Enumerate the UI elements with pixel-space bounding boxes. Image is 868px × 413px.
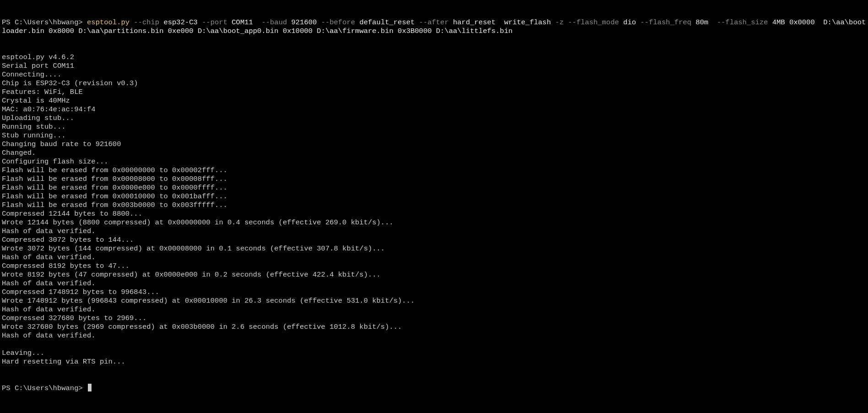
output-line: Flash will be erased from 0x0000e000 to …: [2, 184, 866, 192]
output-line: Hash of data verified.: [2, 331, 866, 340]
cmd-segment: --baud: [253, 18, 291, 27]
cmd-segment: D:\aa\boot_app0.bin: [194, 27, 283, 35]
output-line: Stub running...: [2, 131, 866, 140]
output-line: Connecting....: [2, 71, 866, 79]
terminal-output[interactable]: PS C:\Users\hbwang> esptool.py --chip es…: [0, 0, 868, 403]
output-line: Wrote 1748912 bytes (996843 compressed) …: [2, 297, 866, 305]
output-line: Crystal is 40MHz: [2, 97, 866, 105]
cmd-segment: --before: [317, 18, 359, 27]
output-line: [2, 340, 866, 349]
cmd-segment: D:\aa\firmware.bin: [313, 27, 398, 35]
output-line: Uploading stub...: [2, 114, 866, 123]
cmd-segment: 0xe000: [168, 27, 194, 35]
cmd-segment: 0x8000: [49, 27, 74, 35]
output-line: Compressed 1748912 bytes to 996843...: [2, 288, 866, 297]
output-line: Flash will be erased from 0x00000000 to …: [2, 166, 866, 175]
output-line: Wrote 12144 bytes (8800 compressed) at 0…: [2, 218, 866, 227]
output-line: Leaving...: [2, 349, 866, 358]
cmd-segment: 4MB 0x0000: [772, 18, 815, 27]
cmd-segment: 80m: [695, 18, 708, 27]
command-line-2[interactable]: PS C:\Users\hbwang>: [2, 384, 866, 393]
output-line: Running stub...: [2, 123, 866, 131]
output-line: Changing baud rate to 921600: [2, 140, 866, 149]
output-line: Hash of data verified.: [2, 253, 866, 262]
output-line: Flash will be erased from 0x003b0000 to …: [2, 201, 866, 210]
cmd-segment: --flash_freq: [636, 18, 695, 27]
output-line: Hash of data verified.: [2, 305, 866, 314]
cmd-segment: --after: [415, 18, 453, 27]
output-line: Compressed 3072 bytes to 144...: [2, 236, 866, 245]
output-line: Features: WiFi, BLE: [2, 88, 866, 97]
output-line: Serial port COM11: [2, 62, 866, 71]
output-line: Wrote 327680 bytes (2969 compressed) at …: [2, 323, 866, 331]
output-line: Chip is ESP32-C3 (revision v0.3): [2, 79, 866, 88]
output-line: Hash of data verified.: [2, 279, 866, 288]
output-line: Wrote 3072 bytes (144 compressed) at 0x0…: [2, 245, 866, 253]
output-line: Changed.: [2, 149, 866, 158]
cmd-segment: D:\aa\littlefs.bin: [432, 27, 513, 35]
cmd-segment: 0x10000: [283, 27, 313, 35]
prompt-prefix: PS C:\Users\hbwang>: [2, 18, 87, 27]
output-line: Hard resetting via RTS pin...: [2, 358, 866, 366]
command-line-1: PS C:\Users\hbwang> esptool.py --chip es…: [2, 18, 866, 36]
output-line: Compressed 8192 bytes to 47...: [2, 262, 866, 271]
cmd-segment: default_reset: [359, 18, 415, 27]
cmd-segment: --chip: [129, 18, 163, 27]
cmd-segment: esp32-C3: [163, 18, 197, 27]
cmd-segment: write_flash: [496, 18, 551, 27]
cmd-segment: --flash_size: [708, 18, 772, 27]
output-line: MAC: a0:76:4e:ac:94:f4: [2, 105, 866, 114]
cmd-segment: hard_reset: [453, 18, 496, 27]
output-line: esptool.py v4.6.2: [2, 53, 866, 62]
output-line: Wrote 8192 bytes (47 compressed) at 0x00…: [2, 271, 866, 279]
cursor[interactable]: [88, 384, 92, 391]
output-line: Flash will be erased from 0x00010000 to …: [2, 192, 866, 201]
cmd-segment: COM11: [232, 18, 253, 27]
prompt-prefix: PS C:\Users\hbwang>: [2, 384, 87, 392]
cmd-segment: 0x3B0000: [398, 27, 431, 35]
output-line: Compressed 12144 bytes to 8800...: [2, 210, 866, 218]
output-line: Compressed 327680 bytes to 2969...: [2, 314, 866, 323]
cmd-segment: 921600: [291, 18, 317, 27]
cmd-segment: --port: [198, 18, 232, 27]
output-line: Hash of data verified.: [2, 227, 866, 236]
cmd-segment: esptool.py: [87, 18, 129, 27]
cmd-segment: D:\aa\partitions.bin: [74, 27, 168, 35]
cmd-segment: dio: [623, 18, 636, 27]
output-line: Configuring flash size...: [2, 158, 866, 166]
output-line: Flash will be erased from 0x00008000 to …: [2, 175, 866, 184]
cmd-segment: -z --flash_mode: [551, 18, 623, 27]
